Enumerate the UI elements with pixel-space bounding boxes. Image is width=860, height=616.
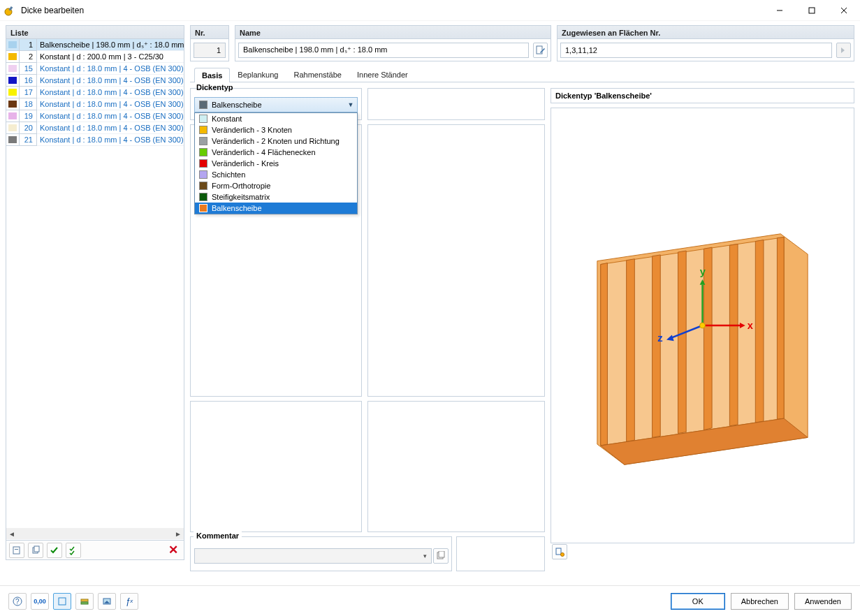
svg-marker-16 bbox=[627, 259, 635, 441]
ok-button[interactable]: OK bbox=[671, 593, 725, 610]
check-unused-button[interactable] bbox=[47, 543, 62, 558]
option-label: Konstant bbox=[212, 115, 242, 123]
maximize-button[interactable] bbox=[796, 0, 828, 21]
nr-input[interactable] bbox=[194, 43, 226, 58]
svg-rect-7 bbox=[15, 549, 18, 550]
empty-panel-1 bbox=[367, 88, 545, 120]
grid-button[interactable] bbox=[53, 593, 71, 610]
scroll-left-icon[interactable]: ◄ bbox=[6, 528, 17, 539]
dickentyp-label: Dickentyp bbox=[194, 83, 236, 91]
kommentar-side-panel bbox=[456, 536, 545, 571]
list-item[interactable]: 16Konstant | d : 18.0 mm | 4 - OSB (EN 3… bbox=[6, 75, 184, 87]
svg-rect-31 bbox=[556, 548, 561, 555]
list-item-num: 2 bbox=[20, 51, 37, 63]
extra-panel-right bbox=[367, 401, 545, 532]
close-button[interactable] bbox=[828, 0, 860, 21]
new-item-button[interactable] bbox=[9, 543, 24, 558]
list-item-text: Konstant | d : 18.0 mm | 4 - OSB (EN 300… bbox=[37, 110, 184, 122]
liste[interactable]: 1Balkenscheibe | 198.0 mm | dₛ⁺ : 18.0 m… bbox=[6, 39, 184, 529]
dropdown-option[interactable]: Balkenscheibe bbox=[195, 203, 357, 214]
delete-button[interactable]: ✕ bbox=[166, 543, 181, 558]
tab-innere-ständer[interactable]: Innere Ständer bbox=[349, 67, 416, 82]
dropdown-option[interactable]: Veränderlich - 4 Flächenecken bbox=[195, 147, 357, 158]
kommentar-combo[interactable]: ▾ bbox=[194, 548, 432, 564]
list-item[interactable]: 18Konstant | d : 18.0 mm | 4 - OSB (EN 3… bbox=[6, 98, 184, 110]
list-item-num: 1 bbox=[20, 39, 37, 51]
list-item-num: 19 bbox=[20, 110, 37, 122]
preview-canvas: x y z bbox=[551, 108, 854, 543]
dropdown-option[interactable]: Konstant bbox=[195, 113, 357, 124]
help-button[interactable]: ? bbox=[8, 593, 27, 610]
minimize-button[interactable] bbox=[764, 0, 796, 21]
svg-rect-10 bbox=[537, 46, 542, 54]
list-item[interactable]: 2Konstant | d : 200.0 mm | 3 - C25/30 bbox=[6, 51, 184, 63]
list-item-text: Konstant | d : 18.0 mm | 4 - OSB (EN 300… bbox=[37, 122, 184, 134]
dialog-footer: ? 0,00 ƒx OK Abbrechen Anwenden bbox=[0, 585, 860, 616]
app-icon bbox=[4, 5, 15, 16]
tab-bar: BasisBeplankungRahmenstäbeInnere Ständer bbox=[190, 67, 854, 82]
kommentar-library-button[interactable] bbox=[433, 548, 449, 564]
option-label: Schichten bbox=[212, 170, 245, 179]
scroll-right-icon[interactable]: ► bbox=[173, 528, 184, 539]
list-item[interactable]: 19Konstant | d : 18.0 mm | 4 - OSB (EN 3… bbox=[6, 110, 184, 122]
tab-beplankung[interactable]: Beplankung bbox=[230, 67, 286, 82]
assigned-input[interactable] bbox=[560, 43, 832, 58]
dropdown-option[interactable]: Veränderlich - 3 Knoten bbox=[195, 124, 357, 135]
list-item[interactable]: 1Balkenscheibe | 198.0 mm | dₛ⁺ : 18.0 m… bbox=[6, 39, 184, 51]
option-label: Form-Orthotropie bbox=[212, 182, 270, 190]
dropdown-option[interactable]: Form-Orthotropie bbox=[195, 180, 357, 191]
edit-name-button[interactable] bbox=[533, 43, 548, 58]
list-item-num: 16 bbox=[20, 75, 37, 87]
option-swatch bbox=[199, 148, 207, 156]
copy-item-button[interactable] bbox=[28, 543, 43, 558]
color-swatch bbox=[6, 39, 20, 51]
assigned-label: Zugewiesen an Flächen Nr. bbox=[557, 25, 854, 39]
option-label: Steifigkeitsmatrix bbox=[212, 193, 270, 201]
svg-marker-18 bbox=[678, 251, 687, 433]
image-button[interactable] bbox=[98, 593, 116, 610]
list-hscrollbar[interactable]: ◄ ► bbox=[6, 528, 184, 539]
preview-tool-button[interactable] bbox=[552, 544, 567, 559]
list-item[interactable]: 21Konstant | d : 18.0 mm | 4 - OSB (EN 3… bbox=[6, 134, 184, 146]
color-swatch bbox=[6, 51, 20, 63]
dropdown-option[interactable]: Schichten bbox=[195, 169, 357, 180]
function-button[interactable]: ƒx bbox=[120, 593, 138, 610]
check-all-button[interactable] bbox=[66, 543, 81, 558]
color-swatch bbox=[6, 98, 20, 110]
list-item[interactable]: 17Konstant | d : 18.0 mm | 4 - OSB (EN 3… bbox=[6, 87, 184, 98]
list-item-text: Konstant | d : 18.0 mm | 4 - OSB (EN 300… bbox=[37, 87, 184, 98]
list-item-text: Konstant | d : 200.0 mm | 3 - C25/30 bbox=[37, 51, 184, 63]
units-button[interactable]: 0,00 bbox=[31, 593, 49, 610]
svg-rect-35 bbox=[59, 598, 66, 605]
dropdown-option[interactable]: Veränderlich - 2 Knoten und Richtung bbox=[195, 135, 357, 147]
svg-marker-17 bbox=[653, 255, 661, 437]
pick-assigned-button bbox=[836, 43, 851, 58]
color-swatch bbox=[6, 110, 20, 122]
axis-z-label: z bbox=[657, 332, 662, 344]
kommentar-panel: Kommentar ▾ bbox=[190, 536, 452, 571]
name-label: Name bbox=[235, 25, 551, 39]
svg-rect-12 bbox=[439, 551, 444, 557]
option-swatch bbox=[199, 137, 207, 145]
option-swatch bbox=[199, 126, 207, 134]
dropdown-option[interactable]: Veränderlich - Kreis bbox=[195, 158, 357, 169]
name-input[interactable] bbox=[238, 43, 529, 58]
svg-rect-6 bbox=[13, 547, 20, 554]
option-swatch bbox=[199, 204, 207, 212]
tab-basis[interactable]: Basis bbox=[194, 68, 230, 82]
dickentyp-panel: Dickentyp Balkenscheibe ▼ KonstantVeränd… bbox=[190, 88, 362, 120]
dickentyp-dropdown[interactable]: KonstantVeränderlich - 3 KnotenVeränderl… bbox=[194, 112, 358, 214]
option-label: Veränderlich - Kreis bbox=[212, 159, 279, 168]
list-item-num: 17 bbox=[20, 87, 37, 98]
color-swatch bbox=[6, 87, 20, 98]
apply-button[interactable]: Anwenden bbox=[794, 593, 852, 610]
color-swatch bbox=[6, 134, 20, 146]
list-item[interactable]: 20Konstant | d : 18.0 mm | 4 - OSB (EN 3… bbox=[6, 122, 184, 134]
layers-button[interactable] bbox=[75, 593, 94, 610]
dickentyp-combo[interactable]: Balkenscheibe ▼ bbox=[194, 97, 358, 112]
cancel-button[interactable]: Abbrechen bbox=[731, 593, 789, 610]
list-item[interactable]: 15Konstant | d : 18.0 mm | 4 - OSB (EN 3… bbox=[6, 63, 184, 75]
title-bar: Dicke bearbeiten bbox=[0, 0, 860, 21]
tab-rahmenstäbe[interactable]: Rahmenstäbe bbox=[286, 67, 349, 82]
dropdown-option[interactable]: Steifigkeitsmatrix bbox=[195, 191, 357, 203]
